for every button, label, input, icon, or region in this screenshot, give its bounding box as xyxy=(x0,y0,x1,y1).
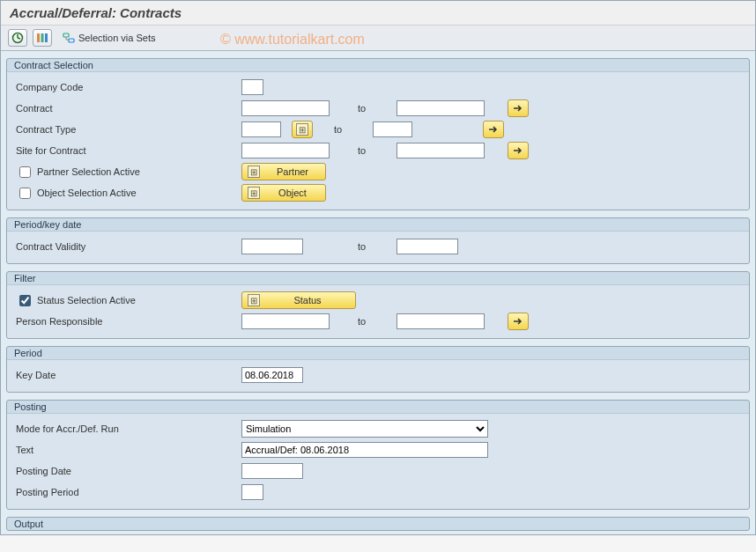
contract-to-input[interactable] xyxy=(397,100,485,116)
to-label: to xyxy=(352,241,397,252)
group-title: Contract Selection xyxy=(7,59,749,71)
partner-selection-checkbox[interactable] xyxy=(19,166,31,178)
contract-type-to-input[interactable] xyxy=(373,121,412,137)
selection-via-sets-button[interactable]: Selection via Sets xyxy=(57,29,160,47)
svg-rect-5 xyxy=(45,33,48,42)
contract-multiple-button[interactable] xyxy=(508,99,529,117)
person-to-input[interactable] xyxy=(397,313,485,329)
to-label: to xyxy=(352,145,397,156)
partner-selection-label: Partner Selection Active xyxy=(37,166,140,177)
posting-period-input[interactable] xyxy=(241,484,263,500)
execute-button[interactable] xyxy=(8,29,27,47)
keydate-label: Key Date xyxy=(12,370,241,380)
expand-icon: ⊞ xyxy=(248,294,260,306)
variants-button[interactable] xyxy=(33,29,52,47)
partner-button[interactable]: ⊞ Partner xyxy=(241,163,326,180)
validity-from-input[interactable] xyxy=(241,239,303,254)
site-multiple-button[interactable] xyxy=(508,142,529,159)
keydate-input[interactable] xyxy=(241,367,303,383)
posting-period-label: Posting Period xyxy=(12,487,241,497)
group-contract-selection: Contract Selection Company Code Contract… xyxy=(6,58,750,210)
expand-icon: ⊞ xyxy=(248,166,260,178)
group-title: Filter xyxy=(7,272,749,284)
posting-date-input[interactable] xyxy=(241,463,303,479)
to-label: to xyxy=(352,103,397,114)
page-title: Accrual/Deferral: Contracts xyxy=(1,1,755,26)
to-label: to xyxy=(329,124,373,135)
svg-rect-4 xyxy=(41,33,44,42)
group-filter: Filter Status Selection Active ⊞ Status … xyxy=(6,271,750,339)
mode-label: Mode for Accr./Def. Run xyxy=(12,423,241,434)
text-label: Text xyxy=(12,445,241,455)
status-button-label: Status xyxy=(265,295,350,305)
arrow-right-icon xyxy=(488,125,499,134)
expand-icon: ⊞ xyxy=(296,123,308,136)
svg-rect-3 xyxy=(37,33,40,42)
contract-label: Contract xyxy=(12,103,241,114)
group-output: Output xyxy=(6,517,750,531)
group-title: Period xyxy=(7,347,749,359)
group-title: Period/key date xyxy=(7,218,749,231)
status-selection-checkbox[interactable] xyxy=(19,295,31,306)
contract-type-label: Contract Type xyxy=(12,124,241,135)
status-selection-label: Status Selection Active xyxy=(37,295,136,305)
group-posting: Posting Mode for Accr./Def. Run Simulati… xyxy=(6,400,750,510)
validity-label: Contract Validity xyxy=(12,241,241,252)
object-selection-label: Object Selection Active xyxy=(37,188,137,198)
mode-select[interactable]: Simulation xyxy=(241,420,488,438)
posting-date-label: Posting Date xyxy=(12,466,241,476)
company-code-label: Company Code xyxy=(12,82,241,92)
group-title: Output xyxy=(7,518,749,530)
svg-line-2 xyxy=(18,38,20,39)
person-from-input[interactable] xyxy=(241,313,330,329)
to-label: to xyxy=(352,316,397,327)
partner-button-label: Partner xyxy=(265,166,320,177)
contract-type-f4-button[interactable]: ⊞ xyxy=(292,121,313,138)
person-label: Person Responsible xyxy=(12,316,241,327)
group-period-key: Period/key date Contract Validity to xyxy=(6,217,750,264)
selection-via-sets-label: Selection via Sets xyxy=(78,33,155,43)
expand-icon: ⊞ xyxy=(248,187,260,199)
person-multiple-button[interactable] xyxy=(508,313,529,330)
contract-from-input[interactable] xyxy=(241,100,330,116)
object-button[interactable]: ⊞ Object xyxy=(241,184,326,202)
selection-via-sets-icon xyxy=(63,32,75,44)
group-title: Posting xyxy=(7,401,749,413)
group-period: Period Key Date xyxy=(6,346,750,393)
contract-type-multiple-button[interactable] xyxy=(483,121,504,138)
arrow-right-icon xyxy=(513,104,523,113)
site-to-input[interactable] xyxy=(397,143,485,158)
svg-rect-6 xyxy=(63,33,69,37)
site-label: Site for Contract xyxy=(12,145,241,156)
site-from-input[interactable] xyxy=(241,143,330,158)
svg-rect-7 xyxy=(69,39,74,42)
toolbar: Selection via Sets xyxy=(1,26,755,51)
validity-to-input[interactable] xyxy=(397,239,458,254)
status-button[interactable]: ⊞ Status xyxy=(241,291,356,309)
arrow-right-icon xyxy=(513,317,523,326)
object-button-label: Object xyxy=(265,188,320,198)
text-input[interactable] xyxy=(241,442,488,458)
contract-type-from-input[interactable] xyxy=(241,121,281,137)
object-selection-checkbox[interactable] xyxy=(19,188,31,199)
arrow-right-icon xyxy=(513,146,523,155)
company-code-input[interactable] xyxy=(241,79,263,95)
